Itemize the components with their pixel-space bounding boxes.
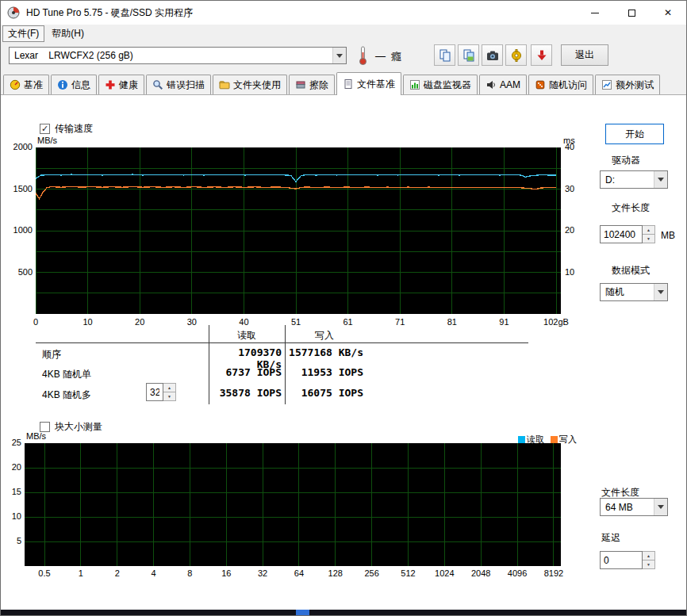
- thermometer-icon: [358, 45, 368, 66]
- tab-error-scan[interactable]: 错误扫描: [146, 75, 211, 94]
- stepper-down-icon[interactable]: ▼: [163, 392, 176, 401]
- tab-folder-usage[interactable]: 文件夹使用: [213, 75, 287, 94]
- axis-tick: 256: [364, 568, 378, 578]
- axis-tick: 10: [83, 317, 92, 327]
- save-results-button[interactable]: [531, 44, 552, 66]
- axis-tick: 1024: [435, 568, 454, 578]
- minimize-icon: [591, 13, 599, 13]
- minimize-button[interactable]: [577, 1, 613, 25]
- axis-tick: 1: [79, 568, 83, 578]
- block-file-length-dropdown[interactable]: 64 MB: [600, 498, 668, 516]
- delay-input[interactable]: [600, 551, 643, 569]
- exit-button[interactable]: 退出: [561, 44, 608, 66]
- tab-aam[interactable]: AAM: [479, 75, 527, 94]
- tab-disk-monitor[interactable]: 磁盘监视器: [403, 75, 478, 94]
- tab-label: 基准: [24, 78, 43, 92]
- stepper-down-icon[interactable]: ▼: [643, 235, 655, 243]
- options-button[interactable]: [505, 44, 527, 66]
- tab-label: 随机访问: [549, 78, 587, 92]
- tab-label: 文件基准: [357, 78, 395, 91]
- taskbar-accent: [296, 610, 309, 615]
- close-button[interactable]: ✕: [650, 1, 686, 25]
- axis-unit-label: MB/s: [37, 136, 57, 145]
- file-length-input[interactable]: [600, 225, 643, 243]
- tab-random-access[interactable]: 随机访问: [528, 75, 593, 94]
- file-length-stepper[interactable]: ▲ ▼: [643, 225, 655, 243]
- tab-extra-tests[interactable]: 额外测试: [595, 75, 660, 94]
- drive-label: 驱动器: [612, 154, 640, 167]
- tab-erase[interactable]: 擦除: [289, 75, 335, 94]
- tab-label: AAM: [500, 79, 520, 90]
- file-length-unit: MB: [661, 230, 675, 241]
- screenshot-button[interactable]: [482, 44, 503, 66]
- stepper-up-icon[interactable]: ▲: [163, 383, 176, 392]
- axis-tick: 128: [328, 568, 343, 578]
- drive-dropdown[interactable]: D:: [600, 170, 668, 189]
- block-size-checkbox[interactable]: 块大小测量: [40, 420, 102, 434]
- axis-tick: 500: [6, 267, 33, 277]
- tab-benchmark[interactable]: 基准: [3, 75, 49, 94]
- axis-tick: 25: [2, 438, 21, 447]
- stepper-down-icon[interactable]: ▼: [643, 561, 655, 569]
- start-button[interactable]: 开始: [605, 124, 664, 144]
- chevron-down-icon: [654, 171, 667, 188]
- copy-icon: [438, 48, 452, 63]
- copy-image-button[interactable]: [458, 44, 479, 66]
- axis-tick: 4: [151, 568, 155, 578]
- block-size-chart: [25, 443, 561, 566]
- chevron-down-icon: [654, 499, 667, 515]
- drive-select-dropdown[interactable]: Lexar LRWCFX2 (256 gB): [9, 47, 347, 64]
- block-size-checkbox-label: 块大小测量: [55, 420, 102, 434]
- axis-tick: 30: [187, 317, 197, 327]
- temperature-value: —: [375, 50, 386, 62]
- axis-tick: 15: [2, 487, 21, 496]
- stepper-up-icon[interactable]: ▲: [643, 551, 655, 561]
- delay-stepper[interactable]: ▲ ▼: [643, 551, 655, 569]
- axis-tick: 64: [294, 568, 304, 578]
- axis-tick: 71: [395, 317, 405, 327]
- tab-file-benchmark[interactable]: 文件基准: [336, 72, 401, 95]
- transfer-speed-chart: [36, 147, 561, 314]
- queue-depth-stepper[interactable]: ▲ ▼: [163, 383, 176, 401]
- 4kb-single-write-value: 11953 IOPS: [288, 366, 363, 378]
- transfer-speed-checkbox-label: 传输速度: [55, 122, 93, 136]
- magnifier-icon: [152, 79, 163, 90]
- stepper-up-icon[interactable]: ▲: [643, 225, 655, 235]
- transfer-speed-checkbox[interactable]: ✓ 传输速度: [40, 122, 93, 136]
- data-mode-dropdown-value: 随机: [605, 285, 624, 299]
- tab-label: 信息: [71, 78, 90, 92]
- axis-tick: 2000: [6, 142, 33, 151]
- axis-tick: 1500: [6, 184, 33, 193]
- menu-file[interactable]: 文件(F): [2, 25, 44, 42]
- gear-icon: [509, 48, 524, 63]
- tab-info[interactable]: 信息: [51, 75, 97, 94]
- row-label-4kb-multi: 4KB 随机多: [42, 388, 91, 402]
- axis-tick: 51: [291, 317, 301, 327]
- data-mode-label: 数据模式: [612, 264, 650, 277]
- table-header-read: 读取: [209, 329, 285, 342]
- axis-tick: 102gB: [543, 317, 569, 327]
- axis-tick: 20: [2, 462, 21, 472]
- row-label-4kb-single: 4KB 随机单: [42, 368, 91, 381]
- tab-label: 擦除: [309, 78, 328, 92]
- info-icon: [57, 79, 68, 90]
- axis-tick: 16: [221, 568, 231, 578]
- axis-tick: 4096: [508, 568, 527, 578]
- tab-health[interactable]: 健康: [98, 75, 144, 94]
- axis-tick: 2048: [471, 568, 490, 578]
- copy-image-icon: [462, 48, 476, 63]
- maximize-icon: [628, 10, 635, 17]
- queue-depth-input[interactable]: [146, 383, 163, 401]
- speaker-icon: [486, 79, 497, 90]
- tab-label: 磁盘监视器: [424, 78, 471, 92]
- chart-icon: [601, 79, 612, 90]
- eraser-icon: [295, 79, 306, 90]
- data-mode-dropdown[interactable]: 随机: [600, 283, 668, 301]
- drive-select-value: Lexar LRWCFX2 (256 gB): [14, 50, 133, 61]
- menu-help[interactable]: 帮助(H): [46, 25, 90, 42]
- maximize-button[interactable]: [613, 1, 650, 25]
- copy-button[interactable]: [434, 44, 455, 66]
- toolbar: Lexar LRWCFX2 (256 gB) — 癮: [1, 42, 686, 72]
- axis-tick: 1000: [6, 225, 33, 235]
- temperature-unit: 癮: [391, 50, 401, 64]
